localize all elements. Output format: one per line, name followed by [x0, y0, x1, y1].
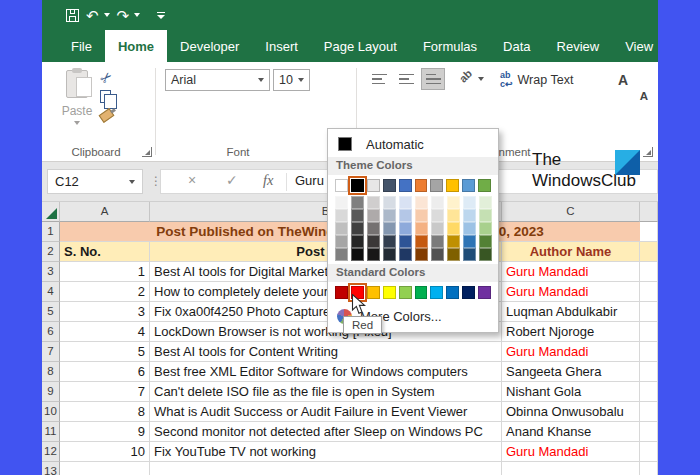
cell-d6[interactable] [640, 322, 658, 342]
cancel-icon[interactable]: × [188, 172, 196, 188]
name-box[interactable]: C12 [47, 169, 143, 194]
theme-color-swatch[interactable] [430, 179, 443, 192]
theme-shade-swatch[interactable] [335, 248, 348, 261]
bottom-align-icon[interactable] [421, 68, 445, 90]
theme-shade-swatch[interactable] [415, 235, 428, 248]
redo-icon[interactable]: ↷ [117, 8, 130, 23]
row-header-13[interactable]: 13 [42, 462, 60, 475]
theme-shade-swatch[interactable] [383, 235, 396, 248]
standard-color-swatch[interactable] [446, 286, 459, 299]
theme-shade-swatch[interactable] [479, 209, 492, 222]
cell-c4[interactable]: Guru Mandadi [502, 282, 640, 302]
theme-shade-swatch[interactable] [351, 196, 364, 209]
row-header-4[interactable]: 4 [42, 282, 60, 302]
theme-shade-swatch[interactable] [447, 235, 460, 248]
cell-b9[interactable]: Can't delete ISO file as the file is ope… [150, 382, 502, 402]
tab-data[interactable]: Data [490, 30, 543, 62]
row-header-11[interactable]: 11 [42, 422, 60, 442]
theme-shade-swatch[interactable] [415, 222, 428, 235]
cell-c3[interactable]: Guru Mandadi [502, 262, 640, 282]
wrap-text-button[interactable]: abc↩ Wrap Text [500, 71, 573, 89]
theme-shade-swatch[interactable] [447, 222, 460, 235]
paste-button[interactable]: Paste [56, 68, 98, 140]
cell-d12[interactable] [640, 442, 658, 462]
row-header-10[interactable]: 10 [42, 402, 60, 422]
cell-d7[interactable] [640, 342, 658, 362]
theme-shade-swatch[interactable] [335, 222, 348, 235]
theme-shade-swatch[interactable] [367, 248, 380, 261]
standard-color-swatch[interactable] [383, 286, 396, 299]
theme-shade-swatch[interactable] [399, 196, 412, 209]
clipboard-dialog-launcher-icon[interactable] [142, 147, 152, 157]
cell-c11[interactable]: Anand Khanse [502, 422, 640, 442]
copy-icon[interactable] [100, 90, 111, 103]
enter-icon[interactable]: ✓ [226, 172, 238, 188]
theme-shade-swatch[interactable] [415, 248, 428, 261]
theme-shade-swatch[interactable] [463, 196, 476, 209]
cell-d10[interactable] [640, 402, 658, 422]
row-header-9[interactable]: 9 [42, 382, 60, 402]
tab-developer[interactable]: Developer [167, 30, 252, 62]
theme-shade-swatch[interactable] [367, 209, 380, 222]
theme-shade-swatch[interactable] [383, 248, 396, 261]
standard-color-swatch[interactable] [335, 286, 348, 299]
theme-shade-swatch[interactable] [351, 209, 364, 222]
row-header-8[interactable]: 8 [42, 362, 60, 382]
theme-shade-swatch[interactable] [351, 248, 364, 261]
undo-icon[interactable]: ↶ [86, 8, 99, 23]
theme-shade-swatch[interactable] [463, 248, 476, 261]
select-all-corner[interactable] [42, 202, 60, 222]
cell-b13[interactable] [150, 462, 502, 475]
theme-shade-swatch[interactable] [479, 196, 492, 209]
theme-shade-swatch[interactable] [463, 235, 476, 248]
theme-shade-swatch[interactable] [351, 222, 364, 235]
cell-d3[interactable] [640, 262, 658, 282]
cell-c13[interactable] [502, 462, 640, 475]
tab-formulas[interactable]: Formulas [410, 30, 490, 62]
orientation-dropdown-icon[interactable] [478, 77, 484, 81]
standard-color-swatch[interactable] [478, 286, 491, 299]
theme-shade-swatch[interactable] [479, 235, 492, 248]
cell-d13[interactable] [640, 462, 658, 475]
theme-color-swatch[interactable] [415, 179, 428, 192]
cell-d9[interactable] [640, 382, 658, 402]
theme-color-swatch[interactable] [351, 179, 364, 192]
tab-file[interactable]: File [58, 30, 105, 62]
cell-a9[interactable]: 7 [60, 382, 150, 402]
tab-review[interactable]: Review [544, 30, 613, 62]
tab-home[interactable]: Home [105, 30, 167, 62]
column-header-c[interactable]: C [502, 202, 640, 222]
save-icon[interactable] [66, 9, 79, 22]
font-size-combobox[interactable]: 10 [273, 69, 310, 91]
redo-dropdown-icon[interactable] [134, 13, 140, 17]
row-header-6[interactable]: 6 [42, 322, 60, 342]
header-sno-cell[interactable]: S. No. [60, 242, 150, 262]
theme-shade-swatch[interactable] [335, 209, 348, 222]
orientation-icon[interactable]: ab [454, 70, 476, 82]
header-author-cell[interactable]: Author Name [502, 242, 640, 262]
cut-icon[interactable]: ✂ [97, 67, 116, 86]
tab-view[interactable]: View [612, 30, 658, 62]
theme-shade-swatch[interactable] [335, 196, 348, 209]
cell-a6[interactable]: 4 [60, 322, 150, 342]
theme-shade-swatch[interactable] [447, 248, 460, 261]
theme-shade-swatch[interactable] [367, 196, 380, 209]
cell-a4[interactable]: 2 [60, 282, 150, 302]
middle-align-icon[interactable] [394, 68, 418, 90]
cell-d5[interactable] [640, 302, 658, 322]
cell-c8[interactable]: Sangeeta Ghera [502, 362, 640, 382]
theme-color-swatch[interactable] [462, 179, 475, 192]
cell-c10[interactable]: Obinna Onwusobalu [502, 402, 640, 422]
cell-a13[interactable] [60, 462, 150, 475]
cell-c12[interactable]: Guru Mandadi [502, 442, 640, 462]
theme-shade-swatch[interactable] [447, 196, 460, 209]
theme-shade-swatch[interactable] [447, 209, 460, 222]
theme-color-swatch[interactable] [399, 179, 412, 192]
tab-insert[interactable]: Insert [252, 30, 311, 62]
font-name-combobox[interactable]: Arial [165, 69, 270, 91]
name-box-dropdown-icon[interactable] [129, 180, 135, 184]
standard-color-swatch[interactable] [430, 286, 443, 299]
row-header-1[interactable]: 1 [42, 222, 60, 242]
row-header-5[interactable]: 5 [42, 302, 60, 322]
cell-b12[interactable]: Fix YouTube TV not working [150, 442, 502, 462]
